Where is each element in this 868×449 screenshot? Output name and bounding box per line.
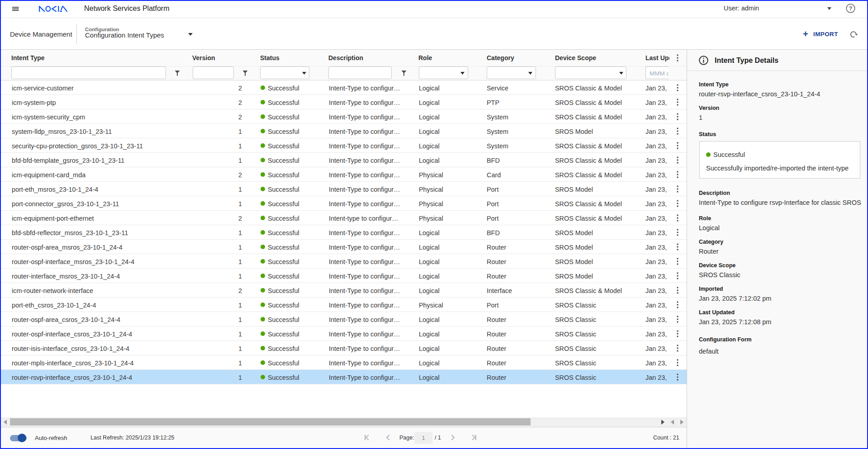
svg-text:?: ? xyxy=(849,5,853,12)
